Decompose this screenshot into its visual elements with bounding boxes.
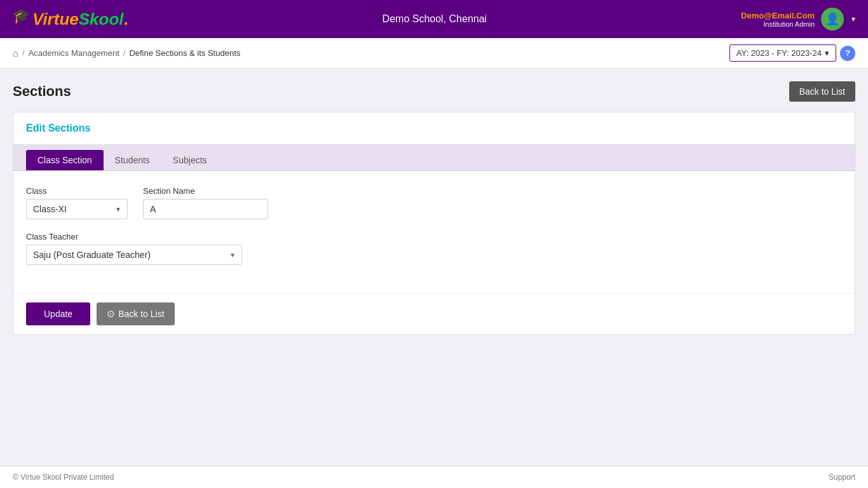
page-footer: © Virtue Skool Private Limited Support [0, 466, 868, 488]
class-form-group: Class Class-XI Class-I Class-II Class-II… [26, 186, 128, 219]
form-row-teacher: Class Teacher Saju (Post Graduate Teache… [26, 232, 842, 265]
user-email: Demo@Email.Com [741, 11, 815, 20]
back-list-icon: ⊙ [107, 308, 115, 320]
header-user-section: Demo@Email.Com Institution Admin 👤 ▾ [741, 8, 855, 30]
ay-selector-button[interactable]: AY: 2023 - FY: 2023-24 ▾ [729, 44, 836, 62]
class-select[interactable]: Class-XI Class-I Class-II Class-III Clas… [26, 199, 128, 219]
tabs-bar: Class Section Students Subjects [13, 145, 855, 171]
form-area: Class Class-XI Class-I Class-II Class-II… [13, 171, 855, 293]
page-title: Sections [13, 83, 71, 100]
avatar[interactable]: 👤 [821, 8, 844, 30]
logo-virtue: Virtue [32, 10, 79, 29]
tab-class-section[interactable]: Class Section [26, 150, 104, 170]
breadcrumb-academics[interactable]: Academics Management [29, 48, 119, 58]
avatar-chevron-icon[interactable]: ▾ [851, 15, 855, 24]
footer-copyright: © Virtue Skool Private Limited [13, 473, 114, 482]
logo-dot: . [124, 10, 128, 29]
class-teacher-select-wrapper: Saju (Post Graduate Teacher) John (Post … [26, 245, 242, 265]
header: 🎓 VirtueSkool. Demo School, Chennai Demo… [0, 0, 868, 38]
update-button[interactable]: Update [26, 302, 90, 325]
breadcrumb-right: AY: 2023 - FY: 2023-24 ▾ ? [729, 44, 855, 62]
footer-support[interactable]: Support [829, 473, 855, 482]
home-icon[interactable]: ⌂ [13, 48, 18, 58]
school-name: Demo School, Chennai [383, 13, 487, 25]
section-name-input[interactable] [143, 199, 268, 219]
class-teacher-form-group: Class Teacher Saju (Post Graduate Teache… [26, 232, 242, 265]
logo-hat-icon: 🎓 [13, 8, 30, 24]
user-info: Demo@Email.Com Institution Admin [741, 11, 815, 28]
ay-selector-label: AY: 2023 - FY: 2023-24 [736, 48, 822, 58]
ay-selector-chevron-icon: ▾ [825, 48, 829, 58]
edit-sections-card: Edit Sections Class Section Students Sub… [13, 112, 855, 335]
class-teacher-label: Class Teacher [26, 232, 242, 241]
back-to-list-label: Back to List [118, 309, 164, 319]
help-icon[interactable]: ? [840, 46, 855, 61]
breadcrumb: ⌂ / Academics Management / Define Sectio… [13, 48, 240, 58]
tab-students[interactable]: Students [104, 150, 161, 170]
card-header: Edit Sections [13, 112, 855, 145]
footer-buttons: Update ⊙ Back to List [13, 293, 855, 334]
breadcrumb-bar: ⌂ / Academics Management / Define Sectio… [0, 38, 868, 69]
logo: 🎓 VirtueSkool. [13, 9, 128, 29]
class-select-wrapper: Class-XI Class-I Class-II Class-III Clas… [26, 199, 128, 219]
class-teacher-select[interactable]: Saju (Post Graduate Teacher) John (Post … [26, 245, 242, 265]
logo-skool: Skool [79, 10, 124, 29]
breadcrumb-current: Define Sections & its Students [129, 48, 240, 58]
user-role: Institution Admin [741, 20, 815, 28]
back-to-list-top-button[interactable]: Back to List [789, 81, 855, 102]
class-label: Class [26, 186, 128, 196]
page-header: Sections Back to List [13, 81, 855, 102]
tab-subjects[interactable]: Subjects [161, 150, 219, 170]
main-content: Sections Back to List Edit Sections Clas… [0, 69, 868, 348]
card-title: Edit Sections [26, 123, 90, 133]
section-name-form-group: Section Name [143, 186, 268, 219]
form-row-class-section: Class Class-XI Class-I Class-II Class-II… [26, 186, 842, 219]
back-to-list-button[interactable]: ⊙ Back to List [97, 302, 174, 325]
section-name-label: Section Name [143, 186, 268, 196]
